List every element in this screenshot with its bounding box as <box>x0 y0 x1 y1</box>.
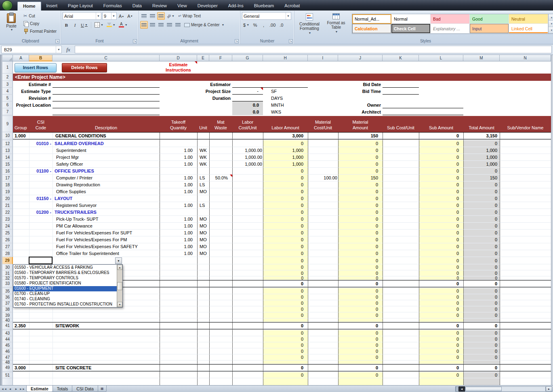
cell-H33[interactable]: 0 <box>263 280 308 287</box>
cell-N47[interactable] <box>500 354 551 360</box>
dialog-launcher-icon[interactable]: ↘ <box>133 39 137 43</box>
cell-G43[interactable] <box>232 330 263 336</box>
cell-I39[interactable] <box>308 312 338 318</box>
cell-H44[interactable]: 0 <box>263 336 308 342</box>
cell-E45[interactable] <box>197 342 209 348</box>
cell-K7[interactable] <box>383 108 463 115</box>
cell-G6[interactable]: 0.0 <box>232 101 263 108</box>
cell-M25[interactable]: 0 <box>463 230 500 236</box>
cell-N7[interactable] <box>500 108 551 115</box>
cell-J24[interactable]: 0 <box>338 223 383 230</box>
cell-C43[interactable] <box>53 330 160 336</box>
row-header-39[interactable]: 39 <box>2 312 13 318</box>
cell-L14[interactable]: 0 <box>419 154 463 161</box>
cell-L48[interactable] <box>419 360 463 364</box>
cell-A26[interactable] <box>13 236 29 243</box>
gallery-down-button[interactable]: ▼ <box>549 21 553 27</box>
cell-K17[interactable] <box>383 175 419 181</box>
cell-C23[interactable]: Pick-Up Truck- SUPT <box>53 216 160 223</box>
cell-D7[interactable] <box>160 108 197 115</box>
cell-style-calculation[interactable]: Calculation <box>352 24 391 34</box>
cell-D20[interactable] <box>160 195 197 202</box>
cell-K30[interactable] <box>383 264 419 270</box>
cell-K24[interactable] <box>383 223 419 230</box>
cell-J28[interactable]: 0 <box>338 250 383 257</box>
row-header-16[interactable]: 16 <box>2 168 13 175</box>
cell-K26[interactable] <box>383 236 419 243</box>
row-header-48[interactable]: 48 <box>2 360 13 364</box>
cell-E16[interactable] <box>197 168 209 175</box>
cell-I41[interactable] <box>308 322 338 329</box>
cell-K16[interactable] <box>383 168 419 175</box>
cell-L4[interactable] <box>419 88 463 95</box>
cell-B21[interactable] <box>29 202 53 209</box>
cell-I5[interactable] <box>308 95 338 101</box>
cell-N22[interactable] <box>500 209 551 216</box>
cell-A21[interactable] <box>13 202 29 209</box>
row-header-26[interactable]: 26 <box>2 236 13 243</box>
cell-F20[interactable] <box>209 195 232 202</box>
cell-A17[interactable] <box>13 175 29 181</box>
cell-style-neutral[interactable]: Neutral <box>509 14 548 24</box>
cell-L40[interactable] <box>419 318 463 322</box>
next-sheet-button[interactable]: ► <box>13 386 19 392</box>
cell-L41[interactable]: 0 <box>419 322 463 329</box>
cell-K10[interactable] <box>383 133 419 139</box>
cell-B7[interactable] <box>29 108 53 115</box>
row-header-31[interactable]: 31 <box>2 270 13 276</box>
cell-C45[interactable] <box>53 342 160 348</box>
cell-E6[interactable] <box>197 101 209 108</box>
cell-L51[interactable]: 0 <box>419 372 463 378</box>
cell-G51[interactable] <box>232 372 263 378</box>
cell-I51[interactable] <box>308 372 338 378</box>
last-sheet-button[interactable]: ►► <box>19 386 25 392</box>
cell-D38[interactable] <box>160 306 197 312</box>
cell-E29[interactable] <box>197 257 209 264</box>
cell-M13[interactable]: 1,000 <box>463 147 500 154</box>
cell-F6[interactable] <box>209 101 232 108</box>
cell-L47[interactable]: 0 <box>419 354 463 360</box>
sheet-tab-totals[interactable]: Totals <box>53 386 72 392</box>
cell-A29[interactable] <box>13 257 29 264</box>
dropdown-item[interactable]: 01560 - TEMPORARY BARRIERS & ENCLOSURES <box>13 270 117 276</box>
first-sheet-button[interactable]: ◄◄ <box>1 386 7 392</box>
borders-button[interactable]: ▼ <box>93 21 105 29</box>
cell-M45[interactable]: 0 <box>463 342 500 348</box>
cell-B14[interactable] <box>29 154 53 161</box>
cell-K51[interactable] <box>383 372 419 378</box>
cell-B20[interactable]: 01150 - <box>29 195 53 202</box>
cell-J16[interactable]: 0 <box>338 168 383 175</box>
cell-J36[interactable]: 0 <box>338 294 383 300</box>
cell-F27[interactable] <box>209 243 232 250</box>
format-as-table-button[interactable]: Format as Table ▼ <box>323 12 349 34</box>
cell-B23[interactable] <box>29 216 53 223</box>
cell-N31[interactable] <box>500 270 551 276</box>
cell-J[interactable] <box>338 378 383 385</box>
cell-L28[interactable]: 0 <box>419 250 463 257</box>
column-header-C[interactable]: C <box>53 55 160 61</box>
cell-B28[interactable] <box>29 250 53 257</box>
cell-F32[interactable] <box>209 276 232 280</box>
cell-L29[interactable]: 0 <box>419 257 463 264</box>
number-format-select[interactable]: General▼ <box>242 12 291 20</box>
cell-A28[interactable] <box>13 250 29 257</box>
copy-button[interactable]: Copy <box>22 20 58 27</box>
cell-style-normal-ad-[interactable]: Normal_Ad... <box>352 14 391 24</box>
cell-F48[interactable] <box>209 360 232 364</box>
cell-H4[interactable]: SF <box>263 88 308 95</box>
dialog-launcher-icon[interactable]: ↘ <box>55 39 59 43</box>
estimate-instructions-note[interactable]: EstimateInstructions <box>160 61 197 74</box>
cell-M5[interactable] <box>463 95 500 101</box>
insert-function-button[interactable]: fx <box>63 46 74 53</box>
cell-I15[interactable] <box>308 161 338 168</box>
row-header-32[interactable]: 32 <box>2 276 13 280</box>
cell-I30[interactable] <box>308 264 338 270</box>
cell-E44[interactable] <box>197 336 209 342</box>
cell-N29[interactable] <box>500 257 551 264</box>
cell-M48[interactable] <box>463 360 500 364</box>
row-header-22[interactable]: 22 <box>2 209 13 216</box>
cell-G24[interactable] <box>232 223 263 230</box>
cell-I46[interactable] <box>308 348 338 354</box>
column-header-I[interactable]: I <box>308 55 338 61</box>
cell-J47[interactable]: 0 <box>338 354 383 360</box>
